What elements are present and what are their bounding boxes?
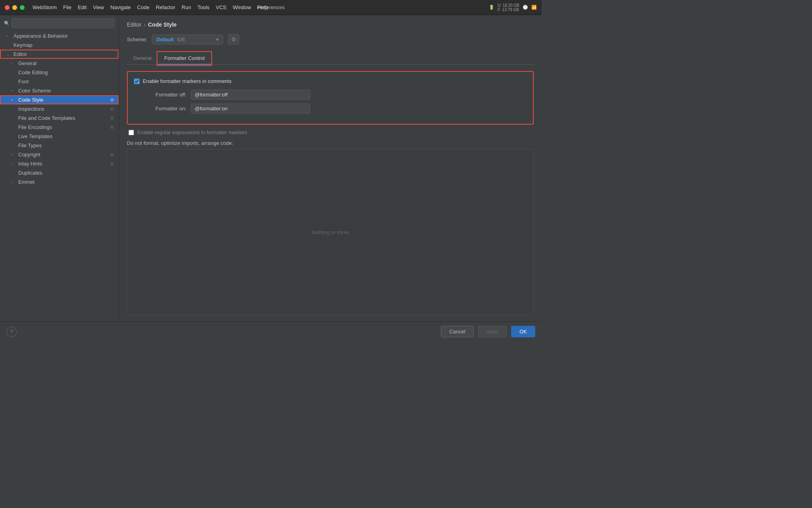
chevron-right-icon: › [11, 162, 16, 166]
scheme-dropdown[interactable]: Default IDE ▾ [152, 35, 223, 44]
breadcrumb-editor: Editor [127, 21, 142, 28]
battery-icon: 🔋 [489, 5, 494, 10]
minimize-button[interactable] [12, 5, 17, 10]
scheme-label: Scheme: [127, 37, 147, 42]
wifi-icon: 📶 [531, 5, 537, 10]
sidebar-item-appearance-behavior[interactable]: › Appearance & Behavior [0, 31, 119, 40]
sidebar-item-label: Color Scheme [18, 88, 114, 94]
nothing-to-show-text: Nothing to show [312, 229, 349, 235]
chevron-down-icon: ⌄ [6, 52, 11, 56]
breadcrumb-separator: › [144, 21, 146, 28]
menu-edit[interactable]: Edit [78, 4, 86, 10]
copy-icon: ⊞ [110, 106, 114, 112]
menu-tools[interactable]: Tools [197, 4, 209, 10]
close-button[interactable] [5, 5, 10, 10]
sidebar-item-label: File and Code Templates [18, 115, 109, 121]
bottom-bar: ? Cancel Apply OK [0, 321, 542, 341]
apply-button[interactable]: Apply [478, 326, 508, 337]
menu-refactor[interactable]: Refactor [156, 4, 175, 10]
sidebar-item-file-types[interactable]: › File Types [0, 141, 119, 150]
disk-usage: U: 18.20 GBF: 13.79 GB [498, 3, 519, 12]
sidebar-item-label: Editor [13, 51, 114, 57]
sidebar-item-file-encodings[interactable]: › File Encodings ⊞ [0, 123, 119, 132]
search-icon: 🔍 [4, 21, 10, 26]
menu-code[interactable]: Code [137, 4, 149, 10]
sidebar-item-label: File Types [18, 142, 114, 148]
sidebar: 🔍 › Appearance & Behavior › Keymap ⌄ Edi… [0, 15, 119, 321]
sidebar-item-copyright[interactable]: › Copyright ⊞ [0, 150, 119, 159]
menu-vcs[interactable]: VCS [216, 4, 226, 10]
sidebar-item-duplicates[interactable]: › Duplicates [0, 168, 119, 177]
chevron-right-icon: › [11, 180, 16, 184]
nothing-to-show-box: Nothing to show [127, 149, 534, 315]
copy-icon: ⊞ [110, 97, 114, 102]
sidebar-item-label: Appearance & Behavior [13, 33, 114, 39]
scheme-row: Scheme: Default IDE ▾ ⚙ [127, 34, 534, 44]
sidebar-item-code-style[interactable]: › Code Style ⊞ [0, 95, 119, 104]
copy-icon: ⊞ [110, 115, 114, 121]
help-button[interactable]: ? [6, 327, 17, 337]
search-input[interactable] [11, 18, 115, 28]
sidebar-item-emmet[interactable]: › Emmet [0, 177, 119, 187]
search-container: 🔍 [0, 18, 119, 31]
sidebar-item-label: Code Style [18, 97, 109, 103]
menu-webstorm[interactable]: WebStorm [33, 4, 57, 10]
sidebar-item-general[interactable]: › General [0, 59, 119, 68]
formatter-off-input[interactable] [191, 90, 310, 100]
sidebar-item-keymap[interactable]: › Keymap [0, 40, 119, 50]
sidebar-item-color-scheme[interactable]: › Color Scheme [0, 86, 119, 95]
cancel-button[interactable]: Cancel [441, 326, 473, 337]
content-area: Editor › Code Style Scheme: Default IDE … [119, 15, 542, 321]
enable-formatter-label: Enable formatter markers in comments [143, 78, 232, 84]
sidebar-item-label: Keymap [13, 42, 114, 48]
formatter-on-label: Formatter on: [143, 106, 186, 112]
gear-icon: ⚙ [231, 36, 236, 42]
scheme-sub: IDE [177, 37, 186, 42]
formatter-off-label: Formatter off: [143, 92, 186, 98]
menu-bar: WebStorm File Edit View Navigate Code Re… [33, 4, 268, 10]
sidebar-item-live-templates[interactable]: › Live Templates [0, 132, 119, 141]
do-not-format-label: Do not format, optimize imports, arrange… [127, 140, 534, 146]
tab-general[interactable]: General [127, 52, 158, 65]
window-title: Preferences [257, 4, 285, 10]
sidebar-item-inlay-hints[interactable]: › Inlay Hints ⊞ [0, 159, 119, 168]
gear-button[interactable]: ⚙ [228, 34, 239, 44]
sidebar-item-font[interactable]: › Font [0, 77, 119, 86]
ok-button[interactable]: OK [511, 326, 535, 337]
menu-navigate[interactable]: Navigate [110, 4, 130, 10]
enable-regex-label: Enable regular expressions in formatter … [137, 129, 247, 135]
menu-window[interactable]: Window [233, 4, 251, 10]
chevron-down-icon: ▾ [216, 37, 219, 42]
clock-icon: 🕐 [523, 5, 528, 10]
chevron-right-icon: › [6, 34, 11, 38]
sidebar-item-editor[interactable]: ⌄ Editor [0, 50, 119, 59]
chevron-right-icon: › [11, 98, 16, 102]
sidebar-item-code-editing[interactable]: › Code Editing [0, 68, 119, 77]
copy-icon: ⊞ [110, 125, 114, 130]
maximize-button[interactable] [20, 5, 25, 10]
main-layout: 🔍 › Appearance & Behavior › Keymap ⌄ Edi… [0, 15, 542, 321]
sidebar-item-label: Live Templates [18, 133, 114, 139]
enable-formatter-checkbox[interactable] [134, 79, 140, 84]
sidebar-item-label: File Encodings [18, 124, 109, 130]
enable-regex-checkbox[interactable] [128, 130, 134, 135]
sidebar-item-label: Inlay Hints [18, 161, 109, 167]
chevron-right-icon: › [11, 89, 16, 93]
copy-icon: ⊞ [110, 152, 114, 157]
copy-icon: ⊞ [110, 161, 114, 166]
enable-formatter-row: Enable formatter markers in comments [134, 78, 527, 84]
menu-run[interactable]: Run [182, 4, 191, 10]
sidebar-item-label: Inspections [18, 106, 109, 112]
titlebar: WebStorm File Edit View Navigate Code Re… [0, 0, 542, 15]
sidebar-item-label: Copyright [18, 152, 109, 158]
formatter-off-row: Formatter off: [134, 90, 527, 100]
tab-formatter-control[interactable]: Formatter Control [158, 52, 211, 65]
menu-view[interactable]: View [93, 4, 104, 10]
sidebar-item-label: General [18, 60, 114, 66]
sidebar-item-file-code-templates[interactable]: › File and Code Templates ⊞ [0, 114, 119, 123]
breadcrumb-current: Code Style [148, 21, 176, 28]
menu-file[interactable]: File [63, 4, 71, 10]
formatter-on-input[interactable] [191, 104, 310, 114]
sidebar-item-label: Font [18, 79, 114, 85]
sidebar-item-inspections[interactable]: › Inspections ⊞ [0, 104, 119, 114]
